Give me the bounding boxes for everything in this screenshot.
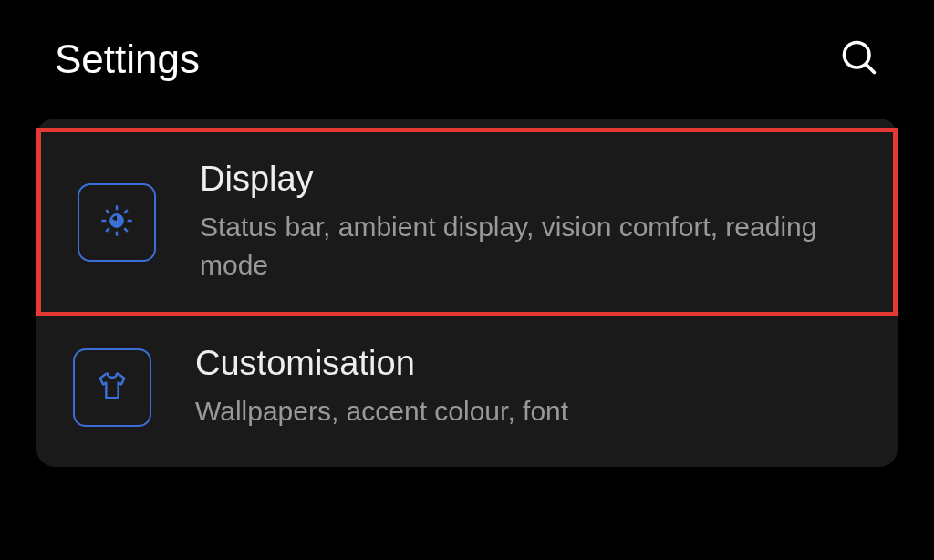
page-title: Settings	[55, 36, 200, 82]
svg-line-1	[866, 64, 874, 72]
item-title: Display	[200, 160, 856, 199]
header: Settings	[0, 0, 934, 109]
svg-line-6	[106, 210, 109, 213]
svg-line-11	[124, 210, 128, 213]
item-title: Customisation	[195, 344, 861, 383]
settings-item-customisation[interactable]: Customisation Wallpapers, accent colour,…	[36, 316, 898, 458]
brightness-icon	[99, 202, 135, 243]
settings-item-display[interactable]: Display Status bar, ambient display, vis…	[36, 128, 898, 316]
svg-line-7	[124, 228, 128, 232]
svg-line-10	[106, 228, 109, 232]
tshirt-icon	[94, 368, 130, 408]
icon-box	[73, 348, 151, 427]
item-text: Display Status bar, ambient display, vis…	[200, 160, 856, 285]
search-icon[interactable]	[839, 37, 879, 81]
item-description: Status bar, ambient display, vision comf…	[200, 208, 856, 285]
item-text: Customisation Wallpapers, accent colour,…	[195, 344, 861, 430]
item-description: Wallpapers, accent colour, font	[195, 392, 861, 430]
settings-list: Display Status bar, ambient display, vis…	[36, 119, 898, 467]
icon-box	[78, 183, 156, 262]
